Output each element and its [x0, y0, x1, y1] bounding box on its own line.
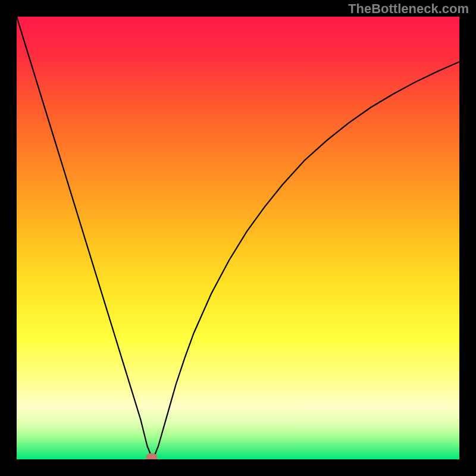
gradient-background	[17, 17, 459, 459]
watermark-text: TheBottleneck.com	[348, 1, 469, 17]
chart-svg	[17, 17, 459, 459]
plot-area	[17, 17, 459, 459]
chart-frame: TheBottleneck.com	[0, 0, 476, 476]
